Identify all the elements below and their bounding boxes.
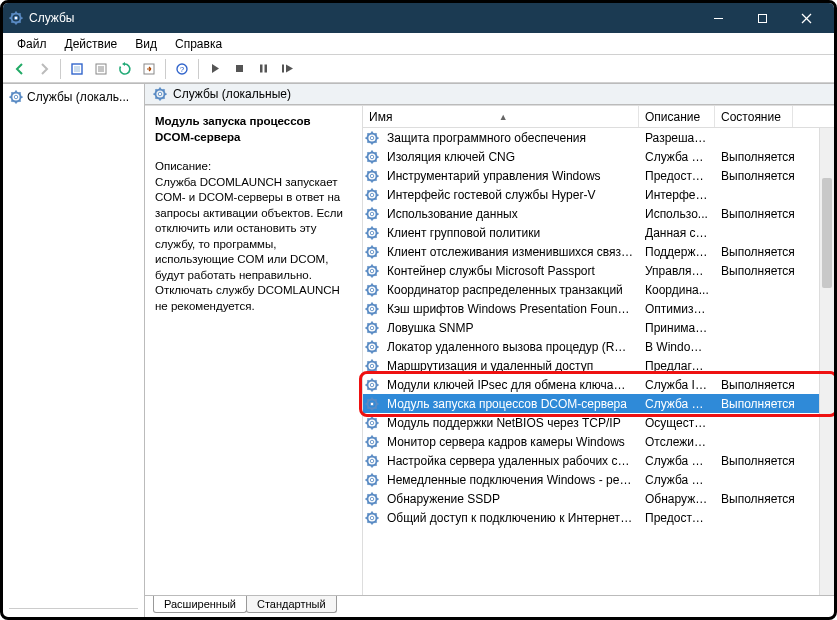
- splitter[interactable]: [9, 608, 138, 613]
- service-description: Поддержи...: [639, 245, 715, 259]
- menu-help[interactable]: Справка: [167, 35, 230, 53]
- service-row[interactable]: Общий доступ к подключению к Интернету (…: [363, 508, 834, 527]
- toolbar-btn-1[interactable]: [66, 58, 88, 80]
- service-row[interactable]: Изоляция ключей CNGСлужба из...Выполняет…: [363, 147, 834, 166]
- tree-pane: Службы (локаль...: [3, 84, 145, 617]
- service-name: Инструментарий управления Windows: [381, 169, 639, 183]
- service-name: Изоляция ключей CNG: [381, 150, 639, 164]
- vertical-scrollbar[interactable]: [819, 128, 834, 595]
- description-label: Описание:: [155, 159, 352, 175]
- svg-rect-25: [264, 65, 267, 73]
- service-state: Выполняется: [715, 169, 793, 183]
- gear-icon: [363, 473, 381, 487]
- column-header-state[interactable]: Состояние: [715, 106, 793, 127]
- pane-header-label: Службы (локальные): [173, 87, 291, 101]
- service-row[interactable]: Интерфейс гостевой службы Hyper-VИнтерфе…: [363, 185, 834, 204]
- service-state: Выполняется: [715, 378, 793, 392]
- service-description: Осуществ...: [639, 416, 715, 430]
- help-button[interactable]: ?: [171, 58, 193, 80]
- service-description: Принимае...: [639, 321, 715, 335]
- start-service-button[interactable]: [204, 58, 226, 80]
- service-row[interactable]: Модуль запуска процессов DCOM-сервераСлу…: [363, 394, 834, 413]
- svg-rect-15: [74, 66, 80, 72]
- service-name: Модуль запуска процессов DCOM-сервера: [381, 397, 639, 411]
- svg-rect-24: [260, 65, 263, 73]
- gear-icon: [363, 226, 381, 240]
- gear-icon: [363, 359, 381, 373]
- gear-icon: [363, 435, 381, 449]
- menu-file[interactable]: Файл: [9, 35, 55, 53]
- service-row[interactable]: Немедленные подключения Windows - регист…: [363, 470, 834, 489]
- tab-standard[interactable]: Стандартный: [246, 596, 337, 613]
- titlebar: Службы: [3, 3, 834, 33]
- service-name: Монитор сервера кадров камеры Windows: [381, 435, 639, 449]
- menubar: Файл Действие Вид Справка: [3, 33, 834, 55]
- forward-button[interactable]: [33, 58, 55, 80]
- rows-container: Защита программного обеспеченияРазрешает…: [363, 128, 834, 595]
- tab-extended[interactable]: Расширенный: [153, 596, 247, 613]
- service-row[interactable]: Маршрутизация и удаленный доступПредлага…: [363, 356, 834, 375]
- menu-view[interactable]: Вид: [127, 35, 165, 53]
- back-button[interactable]: [9, 58, 31, 80]
- column-header-description[interactable]: Описание: [639, 106, 715, 127]
- service-row[interactable]: Координатор распределенных транзакцийКоо…: [363, 280, 834, 299]
- column-header-name[interactable]: Имя ▲: [363, 106, 639, 127]
- service-row[interactable]: Клиент групповой политикиДанная сл...: [363, 223, 834, 242]
- service-description: Служба на...: [639, 454, 715, 468]
- service-row[interactable]: Локатор удаленного вызова процедур (RPC)…: [363, 337, 834, 356]
- gear-icon: [363, 416, 381, 430]
- service-row[interactable]: Кэш шрифтов Windows Presentation Foundat…: [363, 299, 834, 318]
- service-description: В Windows...: [639, 340, 715, 354]
- service-name: Модуль поддержки NetBIOS через TCP/IP: [381, 416, 639, 430]
- export-button[interactable]: [138, 58, 160, 80]
- column-headers: Имя ▲ Описание Состояние: [363, 106, 834, 128]
- stop-service-button[interactable]: [228, 58, 250, 80]
- service-name: Использование данных: [381, 207, 639, 221]
- tree-root-item[interactable]: Службы (локаль...: [5, 88, 142, 106]
- service-name: Координатор распределенных транзакций: [381, 283, 639, 297]
- service-row[interactable]: Инструментарий управления WindowsПредост…: [363, 166, 834, 185]
- service-description: Служба D...: [639, 397, 715, 411]
- service-name: Модули ключей IPsec для обмена ключами в…: [381, 378, 639, 392]
- tabs: Расширенный Стандартный: [145, 595, 834, 617]
- scrollbar-thumb[interactable]: [822, 178, 832, 288]
- service-state: Выполняется: [715, 207, 793, 221]
- service-row[interactable]: Контейнер службы Microsoft PassportУправ…: [363, 261, 834, 280]
- service-row[interactable]: Защита программного обеспеченияРазрешает…: [363, 128, 834, 147]
- close-button[interactable]: [784, 3, 828, 33]
- svg-rect-23: [236, 65, 243, 72]
- refresh-button[interactable]: [114, 58, 136, 80]
- pause-service-button[interactable]: [252, 58, 274, 80]
- minimize-button[interactable]: [696, 3, 740, 33]
- gear-icon: [363, 511, 381, 525]
- service-name: Контейнер службы Microsoft Passport: [381, 264, 639, 278]
- svg-rect-11: [758, 14, 766, 22]
- service-name: Общий доступ к подключению к Интернету (…: [381, 511, 639, 525]
- gear-icon: [363, 131, 381, 145]
- service-description: Предостав...: [639, 511, 715, 525]
- properties-button[interactable]: [90, 58, 112, 80]
- service-row[interactable]: Модули ключей IPsec для обмена ключами в…: [363, 375, 834, 394]
- maximize-button[interactable]: [740, 3, 784, 33]
- service-row[interactable]: Монитор сервера кадров камеры WindowsОтс…: [363, 432, 834, 451]
- service-row[interactable]: Настройка сервера удаленных рабочих стол…: [363, 451, 834, 470]
- service-description: Разрешает...: [639, 131, 715, 145]
- restart-service-button[interactable]: [276, 58, 298, 80]
- service-description: Данная сл...: [639, 226, 715, 240]
- gear-icon: [363, 245, 381, 259]
- menu-action[interactable]: Действие: [57, 35, 126, 53]
- service-description: Предлагае...: [639, 359, 715, 373]
- service-row[interactable]: Обнаружение SSDPОбнаружи...Выполняется: [363, 489, 834, 508]
- toolbar-separator: [60, 59, 61, 79]
- detail-pane: Модуль запуска процессов DCOM-сервера Оп…: [145, 106, 363, 595]
- service-description: Служба из...: [639, 150, 715, 164]
- tree-root-label: Службы (локаль...: [27, 90, 129, 104]
- service-row[interactable]: Клиент отслеживания изменившихся связейП…: [363, 242, 834, 261]
- service-row[interactable]: Модуль поддержки NetBIOS через TCP/IPОсу…: [363, 413, 834, 432]
- service-state: Выполняется: [715, 492, 793, 506]
- service-row[interactable]: Использование данныхИспользо...Выполняет…: [363, 204, 834, 223]
- gear-icon: [363, 454, 381, 468]
- service-description: Отслежив...: [639, 435, 715, 449]
- service-description: Оптимизи...: [639, 302, 715, 316]
- service-row[interactable]: Ловушка SNMPПринимае...: [363, 318, 834, 337]
